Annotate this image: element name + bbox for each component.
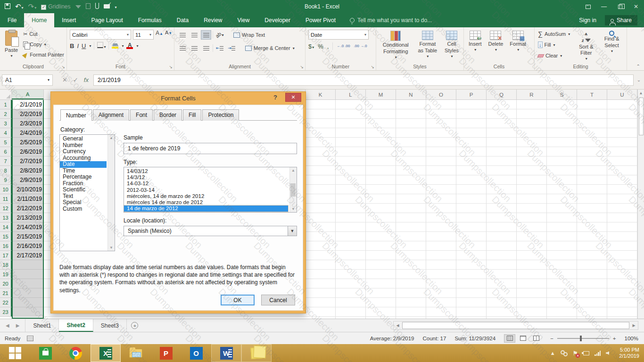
zoom-out-button[interactable]: −	[550, 336, 553, 341]
format-cells-button[interactable]: ▦Format▾	[507, 29, 529, 63]
cell-column-a[interactable]: 2/17/2019	[12, 251, 44, 260]
battery-icon[interactable]	[583, 351, 589, 355]
type-item[interactable]: miércoles 14 de marzo de 2012	[124, 199, 288, 206]
merge-center-button[interactable]: Merge & Center▾	[244, 43, 296, 53]
column-header[interactable]: K	[305, 90, 336, 99]
sheet-nav-left-arrow[interactable]: ◀	[6, 323, 9, 328]
shrink-font-button[interactable]: A▼	[165, 30, 172, 40]
scroll-up-arrow[interactable]: ▲	[291, 168, 295, 173]
type-item[interactable]: miércoles, 14 de marzo de 2012	[124, 193, 288, 199]
column-header[interactable]: Q	[487, 90, 517, 99]
tell-me-box[interactable]: Tell me what you want to do...	[350, 13, 432, 27]
page-layout-view-button[interactable]	[517, 334, 528, 343]
cell-styles-button[interactable]: Cell Styles▾	[442, 29, 462, 63]
fill-color-button[interactable]	[112, 43, 118, 49]
row-header[interactable]: 13	[0, 213, 12, 222]
ribbon-tab[interactable]: Developer	[257, 13, 298, 27]
cell-column-a[interactable]	[12, 260, 44, 270]
taskbar-chrome[interactable]	[60, 344, 91, 362]
row-header[interactable]: 16	[0, 241, 12, 251]
cell-column-a[interactable]: 2/15/2019	[12, 232, 44, 241]
cell-column-a[interactable]: 2/1/2019	[12, 100, 44, 109]
underline-button[interactable]: U	[82, 42, 86, 49]
cell-column-a[interactable]: 2/16/2019	[12, 241, 44, 251]
select-all-button[interactable]	[0, 90, 12, 99]
row-header[interactable]: 6	[0, 147, 12, 156]
column-header[interactable]: U	[607, 90, 637, 99]
comma-style-button[interactable]: ,	[327, 43, 329, 50]
cell-column-a[interactable]: 2/13/2019	[12, 213, 44, 222]
gridlines-toggle[interactable]: ✓Gridlines	[41, 3, 70, 10]
dialog-tab[interactable]: Fill	[183, 109, 201, 121]
column-header[interactable]: P	[456, 90, 487, 99]
start-button[interactable]	[0, 344, 30, 362]
row-header[interactable]: 15	[0, 232, 12, 241]
ok-button[interactable]: OK	[221, 295, 255, 305]
vertical-scroll-thumb[interactable]	[639, 98, 644, 135]
type-item[interactable]: 14/03/12	[124, 168, 288, 174]
sheet-tab[interactable]: Sheet2	[59, 319, 93, 332]
alignment-dialog-launcher[interactable]: ↘	[300, 65, 304, 69]
column-header[interactable]: N	[396, 90, 426, 99]
dialog-tab[interactable]: Border	[154, 109, 182, 121]
category-scrollbar[interactable]: ▲▼	[107, 135, 115, 251]
collapse-ribbon-button[interactable]: ⌃	[636, 64, 640, 69]
zoom-level[interactable]: 100%	[625, 336, 638, 341]
cancel-entry-button[interactable]: ✕	[62, 76, 67, 83]
cell-column-a[interactable]: 2/11/2019	[12, 194, 44, 204]
undo-button[interactable]: ↶▾	[15, 2, 24, 11]
sheet-tab[interactable]: Sheet3	[93, 319, 127, 332]
dialog-tab[interactable]: Number	[60, 109, 92, 121]
scroll-left-arrow[interactable]: ◀	[394, 323, 402, 328]
ribbon-tab[interactable]: Review	[196, 13, 230, 27]
cell-column-a[interactable]: 2/2/2019	[12, 109, 44, 119]
row-header[interactable]: 18	[0, 260, 12, 270]
scroll-up-arrow[interactable]: ▲	[109, 136, 113, 140]
share-button[interactable]: Share	[605, 15, 637, 25]
scroll-down-arrow[interactable]: ▼	[109, 246, 113, 250]
italic-button[interactable]: I	[77, 42, 79, 49]
category-item[interactable]: Text	[60, 193, 107, 200]
fill-button[interactable]: ↓Fill▾	[537, 40, 571, 50]
cell-column-a[interactable]: 2/6/2019	[12, 147, 44, 156]
copy-button[interactable]: Copy▾	[22, 39, 66, 49]
ribbon-tab[interactable]: Data	[169, 13, 196, 27]
borders-button[interactable]: ▾	[97, 42, 106, 49]
column-header[interactable]: O	[426, 90, 456, 99]
category-item[interactable]: Custom	[60, 206, 107, 213]
row-header[interactable]: 8	[0, 166, 12, 175]
taskbar-outlook[interactable]: O	[181, 344, 211, 362]
ribbon-tab[interactable]: View	[230, 13, 257, 27]
row-header[interactable]: 3	[0, 119, 12, 128]
page-break-view-button[interactable]	[530, 334, 542, 343]
taskbar-clock[interactable]: 5:00 PM 2/1/2019	[616, 347, 639, 359]
sign-in-link[interactable]: Sign in	[579, 17, 596, 24]
category-item[interactable]: General	[60, 136, 107, 142]
cell-column-a[interactable]	[12, 279, 44, 288]
category-item[interactable]: Fraction	[60, 181, 107, 187]
column-header[interactable]: R	[517, 90, 547, 99]
macro-record-icon[interactable]	[27, 336, 33, 341]
paste-button[interactable]: Paste▾	[2, 29, 21, 63]
vertical-scrollbar[interactable]: ▲	[637, 90, 644, 319]
category-item[interactable]: Scientific	[60, 187, 107, 193]
column-header-a[interactable]: A	[12, 90, 44, 99]
orientation-button[interactable]: ab▾	[215, 30, 225, 40]
cell-column-a[interactable]	[12, 288, 44, 298]
horizontal-scroll-thumb[interactable]	[402, 322, 629, 329]
ribbon-tab[interactable]: Home	[24, 13, 54, 27]
type-item[interactable]: 14-03-12	[124, 181, 288, 187]
dialog-tab[interactable]: Font	[130, 109, 153, 121]
ribbon-tab[interactable]: Power Pivot	[298, 13, 343, 27]
align-center-button[interactable]	[189, 43, 199, 53]
locale-dropdown[interactable]: Spanish (Mexico) ▼	[124, 226, 297, 236]
font-color-button[interactable]: A	[126, 42, 133, 49]
expand-formula-bar-button[interactable]: ⌄	[634, 77, 644, 82]
decrease-decimal-button[interactable]: .00 →.0	[354, 44, 367, 49]
ribbon-tab[interactable]: File	[0, 13, 24, 27]
ribbon-tab[interactable]: Page Layout	[83, 13, 130, 27]
type-item[interactable]: 2012-03-14	[124, 187, 288, 193]
dialog-close-button[interactable]: ✕	[285, 93, 301, 102]
dialog-tab[interactable]: Protection	[202, 109, 239, 121]
row-header[interactable]: 1	[0, 100, 12, 109]
